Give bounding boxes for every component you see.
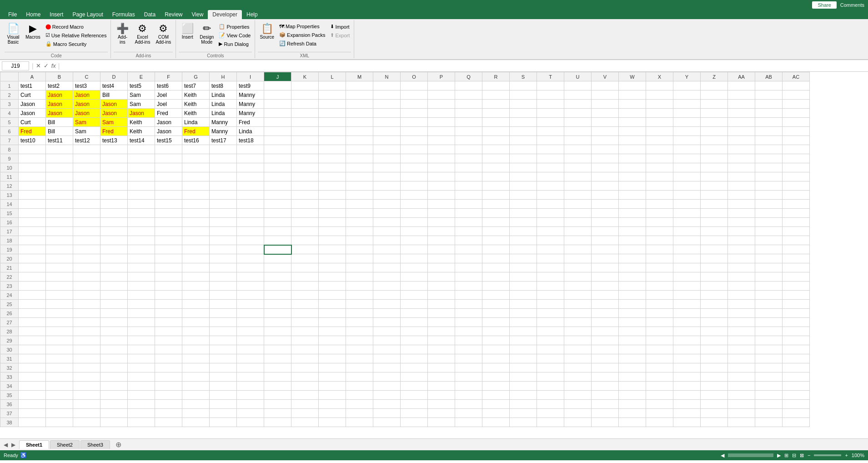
- cell-X33[interactable]: [646, 372, 673, 382]
- col-header-V[interactable]: V: [592, 72, 619, 81]
- cell-Z18[interactable]: [701, 236, 728, 245]
- row-header-10[interactable]: 10: [0, 163, 19, 172]
- cell-A11[interactable]: [19, 172, 46, 181]
- cell-M24[interactable]: [346, 291, 373, 300]
- col-header-L[interactable]: L: [319, 72, 346, 81]
- cell-K27[interactable]: [291, 318, 319, 327]
- cell-L24[interactable]: [319, 291, 346, 300]
- cell-V14[interactable]: [592, 200, 619, 209]
- cell-J6[interactable]: [264, 127, 291, 136]
- cell-C32[interactable]: [73, 363, 100, 372]
- cell-B35[interactable]: [46, 391, 73, 400]
- cell-Z24[interactable]: [701, 291, 728, 300]
- cell-R9[interactable]: [482, 154, 510, 163]
- cell-K38[interactable]: [291, 418, 319, 427]
- cell-AA9[interactable]: [728, 154, 755, 163]
- cell-Z37[interactable]: [701, 409, 728, 418]
- cell-A38[interactable]: [19, 418, 46, 427]
- menu-tab-view[interactable]: View: [187, 10, 208, 19]
- cell-AC25[interactable]: [783, 300, 810, 309]
- cell-H27[interactable]: [210, 318, 237, 327]
- cell-L12[interactable]: [319, 181, 346, 191]
- cell-H34[interactable]: [210, 382, 237, 391]
- cell-D29[interactable]: [100, 336, 128, 345]
- cell-H15[interactable]: [210, 209, 237, 218]
- cell-I33[interactable]: [237, 372, 264, 382]
- cell-M30[interactable]: [346, 345, 373, 354]
- cell-C25[interactable]: [73, 300, 100, 309]
- cell-F21[interactable]: [155, 263, 182, 272]
- cell-R36[interactable]: [482, 400, 510, 409]
- col-header-O[interactable]: O: [401, 72, 428, 81]
- cell-P27[interactable]: [428, 318, 455, 327]
- cell-P3[interactable]: [428, 100, 455, 109]
- cell-N32[interactable]: [373, 363, 401, 372]
- cell-G19[interactable]: [182, 245, 210, 254]
- menu-tab-developer[interactable]: Developer: [208, 10, 242, 19]
- cell-D37[interactable]: [100, 409, 128, 418]
- cell-M26[interactable]: [346, 309, 373, 318]
- cell-G13[interactable]: [182, 191, 210, 200]
- cell-O18[interactable]: [401, 236, 428, 245]
- cell-E6[interactable]: Keith: [128, 127, 155, 136]
- cell-W2[interactable]: [619, 91, 646, 100]
- cell-R22[interactable]: [482, 272, 510, 282]
- cell-P6[interactable]: [428, 127, 455, 136]
- cell-C1[interactable]: test3: [73, 81, 100, 91]
- cell-J31[interactable]: [264, 354, 291, 363]
- cell-N7[interactable]: [373, 136, 401, 145]
- cell-E11[interactable]: [128, 172, 155, 181]
- cell-AC1[interactable]: [783, 81, 810, 91]
- cell-Z27[interactable]: [701, 318, 728, 327]
- visual-basic-button[interactable]: 📄 VisualBasic: [5, 22, 22, 46]
- cell-Z22[interactable]: [701, 272, 728, 282]
- cell-P25[interactable]: [428, 300, 455, 309]
- cell-E29[interactable]: [128, 336, 155, 345]
- cell-G10[interactable]: [182, 163, 210, 172]
- cell-O35[interactable]: [401, 391, 428, 400]
- cell-B30[interactable]: [46, 345, 73, 354]
- cell-I13[interactable]: [237, 191, 264, 200]
- row-header-23[interactable]: 23: [0, 282, 19, 291]
- cell-AA24[interactable]: [728, 291, 755, 300]
- cell-H26[interactable]: [210, 309, 237, 318]
- cell-G37[interactable]: [182, 409, 210, 418]
- cell-D26[interactable]: [100, 309, 128, 318]
- cell-M22[interactable]: [346, 272, 373, 282]
- cell-R10[interactable]: [482, 163, 510, 172]
- cell-Q10[interactable]: [455, 163, 482, 172]
- cell-O20[interactable]: [401, 254, 428, 263]
- cell-F38[interactable]: [155, 418, 182, 427]
- cell-H1[interactable]: test8: [210, 81, 237, 91]
- cell-W10[interactable]: [619, 163, 646, 172]
- cell-Y30[interactable]: [673, 345, 701, 354]
- cell-D1[interactable]: test4: [100, 81, 128, 91]
- cell-E18[interactable]: [128, 236, 155, 245]
- col-header-AC[interactable]: AC: [783, 72, 810, 81]
- cell-T1[interactable]: [537, 81, 564, 91]
- cell-U35[interactable]: [564, 391, 592, 400]
- cell-L37[interactable]: [319, 409, 346, 418]
- cell-R30[interactable]: [482, 345, 510, 354]
- cell-K15[interactable]: [291, 209, 319, 218]
- cell-D27[interactable]: [100, 318, 128, 327]
- cell-J11[interactable]: [264, 172, 291, 181]
- cell-P7[interactable]: [428, 136, 455, 145]
- cell-A29[interactable]: [19, 336, 46, 345]
- cell-B26[interactable]: [46, 309, 73, 318]
- cell-O26[interactable]: [401, 309, 428, 318]
- cell-K5[interactable]: [291, 118, 319, 127]
- cell-B6[interactable]: Bill: [46, 127, 73, 136]
- cell-AB37[interactable]: [755, 409, 783, 418]
- cell-R32[interactable]: [482, 363, 510, 372]
- cell-K25[interactable]: [291, 300, 319, 309]
- cell-I32[interactable]: [237, 363, 264, 372]
- cell-F32[interactable]: [155, 363, 182, 372]
- cell-H7[interactable]: test17: [210, 136, 237, 145]
- cell-Y29[interactable]: [673, 336, 701, 345]
- cell-I8[interactable]: [237, 145, 264, 154]
- cell-P28[interactable]: [428, 327, 455, 336]
- cell-X27[interactable]: [646, 318, 673, 327]
- cell-X31[interactable]: [646, 354, 673, 363]
- cell-W28[interactable]: [619, 327, 646, 336]
